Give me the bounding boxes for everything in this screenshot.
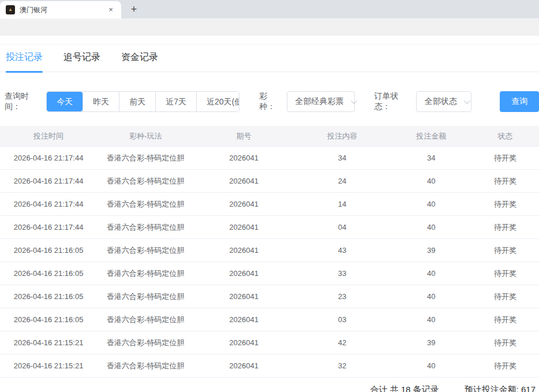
time-option[interactable]: 昨天 xyxy=(83,92,119,111)
table-cell: 03 xyxy=(294,315,391,324)
bet-records-table: 投注时间彩种-玩法期号投注内容投注金额状态 2026-04-16 21:17:4… xyxy=(0,126,539,392)
table-cell: 待开奖 xyxy=(471,315,539,325)
table-cell: 40 xyxy=(391,292,471,301)
table-cell: 待开奖 xyxy=(471,292,539,302)
table-cell: 2026-04-16 21:17:44 xyxy=(0,177,97,185)
estimated-amount-text: 预计投注金额: 617 xyxy=(465,384,536,392)
tab-close-icon[interactable]: × xyxy=(106,5,115,14)
table-cell: 香港六合彩-特码定位胆 xyxy=(97,176,194,186)
table-cell: 34 xyxy=(294,154,391,162)
table-row: 2026-04-16 21:17:44香港六合彩-特码定位胆2026041343… xyxy=(0,147,539,170)
site-favicon-icon: ▲ xyxy=(6,5,15,14)
table-cell: 香港六合彩-特码定位胆 xyxy=(97,315,194,325)
lottery-type-select[interactable]: 全部经典彩票 xyxy=(287,91,355,112)
table-cell: 香港六合彩-特码定位胆 xyxy=(97,361,194,371)
tab-资金记录[interactable]: 资金记录 xyxy=(121,50,158,72)
table-footer: 合计 共 18 条记录 预计投注金额: 617 xyxy=(0,378,539,392)
table-cell: 40 xyxy=(391,223,471,232)
table-row: 2026-04-16 21:16:05香港六合彩-特码定位胆2026041433… xyxy=(0,239,539,262)
table-cell: 香港六合彩-特码定位胆 xyxy=(97,338,194,348)
lottery-type-label: 彩种： xyxy=(259,91,280,112)
table-cell: 香港六合彩-特码定位胆 xyxy=(97,199,194,210)
time-option[interactable]: 今天 xyxy=(47,92,83,111)
query-time-label: 查询时间： xyxy=(5,91,40,112)
table-cell: 2026-04-16 21:16:05 xyxy=(0,292,97,301)
browser-tab-strip: ▲ 澳门银河 × + xyxy=(0,0,539,18)
time-option[interactable]: 近7天 xyxy=(155,92,196,111)
table-cell: 40 xyxy=(391,200,471,208)
table-cell: 2026-04-16 21:15:21 xyxy=(0,338,97,347)
table-cell: 香港六合彩-特码定位胆 xyxy=(97,222,194,233)
table-cell: 34 xyxy=(391,154,471,162)
time-range-button-group: 今天昨天前天近7天近20天(低频) xyxy=(46,91,239,112)
table-cell: 43 xyxy=(294,246,391,255)
table-cell: 2026041 xyxy=(194,269,294,278)
table-cell: 香港六合彩-特码定位胆 xyxy=(97,268,194,279)
table-row: 2026-04-16 21:16:05香港六合彩-特码定位胆2026041234… xyxy=(0,285,539,308)
table-cell: 2026041 xyxy=(194,292,294,301)
order-status-select[interactable]: 全部状态 xyxy=(416,91,471,112)
table-cell: 33 xyxy=(294,269,391,278)
table-cell: 39 xyxy=(391,246,471,255)
table-cell: 香港六合彩-特码定位胆 xyxy=(97,245,194,256)
table-cell: 待开奖 xyxy=(471,199,539,210)
table-cell: 2026041 xyxy=(194,200,294,208)
table-cell: 待开奖 xyxy=(471,222,539,233)
favicon-triangle-glyph: ▲ xyxy=(8,8,13,12)
query-button[interactable]: 查询 xyxy=(500,91,539,112)
table-cell: 2026-04-16 21:16:05 xyxy=(0,246,97,255)
table-cell: 2026041 xyxy=(194,338,294,347)
table-cell: 2026041 xyxy=(194,154,294,162)
chevron-down-icon xyxy=(350,98,357,104)
table-cell: 待开奖 xyxy=(471,361,539,371)
column-header: 彩种-玩法 xyxy=(97,131,194,141)
table-cell: 待开奖 xyxy=(471,176,539,186)
table-cell: 2026041 xyxy=(194,223,294,232)
table-cell: 14 xyxy=(294,200,391,208)
table-cell: 香港六合彩-特码定位胆 xyxy=(97,153,194,163)
table-cell: 40 xyxy=(391,315,471,324)
table-header-row: 投注时间彩种-玩法期号投注内容投注金额状态 xyxy=(0,126,539,147)
bet-records-page: 投注记录追号记录资金记录 查询时间： 今天昨天前天近7天近20天(低频) 彩种：… xyxy=(0,44,539,392)
lottery-type-value: 全部经典彩票 xyxy=(295,96,344,107)
table-cell: 待开奖 xyxy=(471,153,539,163)
time-option[interactable]: 前天 xyxy=(119,92,155,111)
table-cell: 2026-04-16 21:16:05 xyxy=(0,269,97,278)
table-cell: 2026-04-16 21:16:05 xyxy=(0,315,97,324)
table-row: 2026-04-16 21:15:21香港六合彩-特码定位胆2026041324… xyxy=(0,354,539,378)
table-cell: 待开奖 xyxy=(471,245,539,256)
table-cell: 40 xyxy=(391,269,471,278)
tab-投注记录[interactable]: 投注记录 xyxy=(6,50,43,72)
table-row: 2026-04-16 21:16:05香港六合彩-特码定位胆2026041334… xyxy=(0,262,539,285)
table-cell: 2026041 xyxy=(194,315,294,324)
table-cell: 待开奖 xyxy=(471,338,539,348)
table-cell: 待开奖 xyxy=(471,268,539,279)
table-row: 2026-04-16 21:17:44香港六合彩-特码定位胆2026041244… xyxy=(0,170,539,193)
table-body: 2026-04-16 21:17:44香港六合彩-特码定位胆2026041343… xyxy=(0,147,539,378)
table-cell: 2026-04-16 21:17:44 xyxy=(0,154,97,162)
table-row: 2026-04-16 21:17:44香港六合彩-特码定位胆2026041144… xyxy=(0,193,539,216)
table-cell: 2026-04-16 21:17:44 xyxy=(0,223,97,232)
browser-tab-title: 澳门银河 xyxy=(20,5,102,15)
table-row: 2026-04-16 21:16:05香港六合彩-特码定位胆2026041034… xyxy=(0,308,539,331)
table-cell: 23 xyxy=(294,292,391,301)
new-tab-button[interactable]: + xyxy=(126,1,142,17)
table-cell: 2026-04-16 21:15:21 xyxy=(0,361,97,370)
order-status-label: 订单状态： xyxy=(374,91,410,112)
time-option[interactable]: 近20天(低频) xyxy=(196,92,239,111)
column-header: 投注时间 xyxy=(0,131,97,141)
table-cell: 40 xyxy=(391,361,471,370)
table-cell: 香港六合彩-特码定位胆 xyxy=(97,292,194,302)
column-header: 期号 xyxy=(194,131,294,141)
order-status-value: 全部状态 xyxy=(425,96,457,107)
browser-tab[interactable]: ▲ 澳门银河 × xyxy=(0,1,121,18)
table-cell: 32 xyxy=(294,361,391,370)
column-header: 投注内容 xyxy=(294,131,391,141)
table-cell: 24 xyxy=(294,177,391,185)
column-header: 投注金额 xyxy=(391,131,471,141)
column-header: 状态 xyxy=(471,131,539,141)
table-cell: 39 xyxy=(391,338,471,347)
total-records-text: 合计 共 18 条记录 xyxy=(370,384,439,392)
tab-追号记录[interactable]: 追号记录 xyxy=(63,50,100,72)
browser-toolbar xyxy=(0,18,539,36)
